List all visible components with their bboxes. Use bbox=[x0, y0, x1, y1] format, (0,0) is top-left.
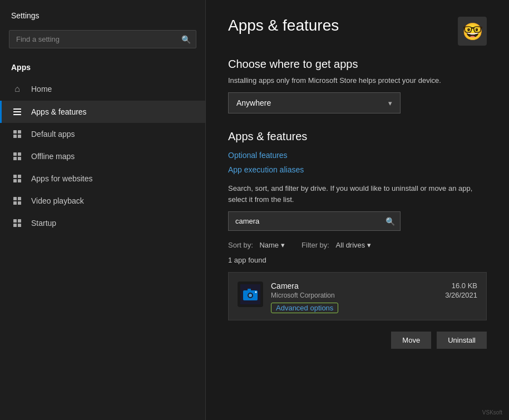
svg-rect-5 bbox=[13, 135, 17, 138]
sidebar-item-default-apps[interactable]: Default apps bbox=[0, 123, 205, 145]
app-icon bbox=[238, 281, 263, 307]
search-box-container: 🔍 bbox=[9, 30, 196, 48]
app-count: 1 app found bbox=[228, 256, 487, 264]
svg-rect-19 bbox=[13, 219, 17, 223]
app-search-input[interactable] bbox=[228, 211, 401, 231]
svg-rect-7 bbox=[13, 152, 17, 156]
sidebar-item-startup-label: Startup bbox=[31, 219, 56, 228]
home-icon: ⌂ bbox=[11, 84, 23, 94]
sort-chevron-icon: ▾ bbox=[281, 241, 285, 249]
app-info: Camera Microsoft Corporation Advanced op… bbox=[271, 281, 437, 313]
filter-button[interactable]: Filter by: All drives ▾ bbox=[302, 241, 371, 249]
filter-value: All drives bbox=[336, 241, 365, 249]
search-icon: 🔍 bbox=[181, 35, 191, 44]
apps-features-icon bbox=[11, 107, 23, 116]
offline-maps-icon bbox=[11, 152, 23, 161]
svg-rect-0 bbox=[13, 108, 21, 110]
default-apps-icon bbox=[11, 130, 23, 139]
svg-point-26 bbox=[249, 294, 252, 297]
svg-rect-11 bbox=[13, 175, 17, 178]
svg-rect-4 bbox=[18, 130, 21, 134]
sidebar-item-home[interactable]: ⌂ Home bbox=[0, 77, 205, 101]
sidebar-item-offline-maps[interactable]: Offline maps bbox=[0, 145, 205, 167]
svg-rect-15 bbox=[13, 197, 17, 200]
avatar: 🤓 bbox=[458, 17, 487, 46]
table-row: Camera Microsoft Corporation Advanced op… bbox=[228, 272, 487, 320]
choose-heading: Choose where to get apps bbox=[228, 58, 487, 71]
svg-rect-20 bbox=[18, 219, 21, 223]
chevron-down-icon: ▾ bbox=[388, 99, 392, 107]
svg-rect-6 bbox=[18, 135, 21, 138]
search-input[interactable] bbox=[9, 30, 196, 48]
svg-rect-13 bbox=[13, 179, 17, 182]
svg-rect-10 bbox=[18, 157, 21, 160]
sidebar-item-apps-features[interactable]: Apps & features bbox=[0, 101, 205, 123]
svg-rect-22 bbox=[18, 224, 21, 227]
app-date: 3/26/2021 bbox=[445, 291, 477, 299]
apps-features-heading: Apps & features bbox=[228, 130, 487, 143]
anywhere-dropdown[interactable]: Anywhere ▾ bbox=[228, 92, 401, 113]
sidebar-item-offline-maps-label: Offline maps bbox=[31, 152, 75, 161]
sidebar-item-video-playback-label: Video playback bbox=[31, 196, 84, 205]
video-playback-icon bbox=[11, 196, 23, 205]
settings-title: Settings bbox=[0, 6, 205, 30]
app-size: 16.0 KB bbox=[445, 281, 477, 290]
search-sort-desc: Search, sort, and filter by drive. If yo… bbox=[228, 183, 487, 205]
app-search-icon: 🔍 bbox=[386, 217, 395, 226]
svg-rect-14 bbox=[18, 179, 21, 182]
svg-rect-12 bbox=[18, 175, 21, 178]
svg-rect-3 bbox=[13, 130, 17, 134]
page-header: Apps & features 🤓 bbox=[228, 17, 487, 46]
apps-websites-icon bbox=[11, 174, 23, 183]
app-publisher: Microsoft Corporation bbox=[271, 291, 437, 299]
filter-chevron-icon: ▾ bbox=[367, 241, 371, 249]
svg-rect-17 bbox=[13, 201, 17, 205]
sidebar-item-default-apps-label: Default apps bbox=[31, 130, 75, 139]
sidebar-item-apps-websites-label: Apps for websites bbox=[31, 174, 93, 183]
sidebar-item-apps-websites[interactable]: Apps for websites bbox=[0, 167, 205, 190]
app-search-box-container: 🔍 bbox=[228, 211, 487, 231]
filter-label: Filter by: bbox=[302, 241, 329, 249]
avatar-emoji: 🤓 bbox=[462, 22, 483, 41]
app-name: Camera bbox=[271, 281, 437, 290]
sidebar-item-startup[interactable]: Startup bbox=[0, 212, 205, 234]
sidebar-item-apps-features-label: Apps & features bbox=[31, 107, 87, 116]
sort-label: Sort by: bbox=[228, 241, 253, 249]
svg-point-28 bbox=[255, 291, 257, 293]
startup-icon bbox=[11, 219, 23, 228]
main-content: Apps & features 🤓 Choose where to get ap… bbox=[206, 0, 509, 420]
optional-features-link[interactable]: Optional features bbox=[228, 151, 487, 160]
bottom-buttons: Move Uninstall bbox=[228, 332, 487, 349]
sidebar-section-label: Apps bbox=[0, 60, 205, 77]
advanced-options-link[interactable]: Advanced options bbox=[271, 303, 338, 313]
sort-button[interactable]: Sort by: Name ▾ bbox=[228, 241, 285, 249]
svg-rect-8 bbox=[18, 152, 21, 156]
svg-rect-2 bbox=[13, 114, 21, 115]
sidebar: Settings 🔍 Apps ⌂ Home Apps & features bbox=[0, 0, 206, 420]
svg-rect-18 bbox=[18, 201, 21, 205]
svg-rect-16 bbox=[18, 197, 21, 200]
svg-rect-1 bbox=[13, 111, 21, 112]
svg-rect-27 bbox=[248, 289, 251, 291]
sort-filter-row: Sort by: Name ▾ Filter by: All drives ▾ bbox=[228, 241, 487, 249]
move-button[interactable]: Move bbox=[391, 332, 431, 349]
uninstall-button[interactable]: Uninstall bbox=[437, 332, 487, 349]
installing-desc: Installing apps only from Microsoft Stor… bbox=[228, 76, 487, 85]
sidebar-item-home-label: Home bbox=[31, 85, 52, 93]
sort-value: Name bbox=[259, 241, 279, 249]
app-size-info: 16.0 KB 3/26/2021 bbox=[445, 281, 477, 299]
dropdown-value: Anywhere bbox=[236, 98, 271, 107]
svg-rect-21 bbox=[13, 224, 17, 227]
page-title: Apps & features bbox=[228, 17, 339, 34]
app-execution-link[interactable]: App execution aliases bbox=[228, 165, 487, 174]
sidebar-item-video-playback[interactable]: Video playback bbox=[0, 190, 205, 212]
watermark: VSKsoft bbox=[482, 409, 502, 416]
svg-rect-9 bbox=[13, 157, 17, 160]
